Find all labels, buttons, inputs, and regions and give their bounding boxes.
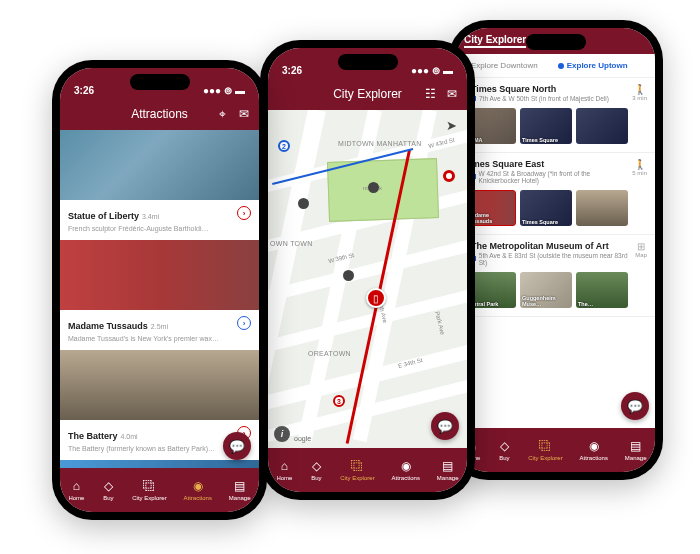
qr-icon: ▤ [629, 439, 643, 453]
stage: City Explorer Routes Explore Downtown Ex… [0, 0, 700, 554]
stops-list[interactable]: 11 Times Square North 7th Ave & W 50th S… [456, 78, 655, 428]
map-icon: ⿻ [538, 439, 552, 453]
poi-pin[interactable] [343, 270, 354, 281]
attraction-title: Statue of Liberty [68, 211, 139, 221]
subtab-city-explorer[interactable]: City Explorer [464, 34, 526, 48]
stop-title: The Metropolitan Museum of Art [471, 241, 630, 251]
stop-pin-3[interactable]: 3 [333, 395, 345, 407]
header-title: City Explorer [333, 87, 402, 101]
walk-time: 🚶3 min [632, 84, 647, 101]
phone-routes: City Explorer Routes Explore Downtown Ex… [448, 20, 663, 480]
walk-icon: 🚶 [632, 84, 647, 95]
mail-icon[interactable]: ✉ [237, 107, 251, 121]
header-title: Attractions [131, 107, 188, 121]
tab-bar: ⌂Home ◇Buy ⿻City Explorer ◉Attractions ▤… [456, 428, 655, 472]
header: Attractions ⌖ ✉ [60, 98, 259, 130]
tab-city-explorer[interactable]: ⿻City Explorer [528, 439, 562, 461]
thumb-times-square[interactable]: Times Square [520, 108, 572, 144]
thumb-extra[interactable]: The… [576, 272, 628, 308]
tab-bar: ⌂Home ◇Buy ⿻City Explorer ◉Attractions ▤… [268, 448, 467, 492]
ticket-icon: ◇ [101, 479, 115, 493]
google-attribution: oogle [294, 435, 311, 442]
attractions-list[interactable]: Statue of Liberty3.4mi French sculptor F… [60, 130, 259, 468]
label-ave: Park Ave [434, 311, 446, 336]
map-link[interactable]: ⊞Map [635, 241, 647, 258]
qr-icon: ▤ [233, 479, 247, 493]
map-view[interactable]: MIDTOWN MANHATTAN OREATOWN OWN TOWN nt P… [268, 110, 467, 448]
tab-city-explorer[interactable]: ⿻City Explorer [340, 459, 374, 481]
mail-icon[interactable]: ✉ [445, 87, 459, 101]
tab-manage[interactable]: ▤Manage [229, 479, 251, 501]
ticket-icon: ◇ [309, 459, 323, 473]
route-toggle: Explore Downtown Explore Uptown [456, 54, 655, 78]
tab-buy[interactable]: ◇Buy [309, 459, 323, 481]
status-time: 3:26 [282, 65, 302, 76]
attraction-distance: 3.4mi [142, 213, 159, 220]
thumb-guggenheim[interactable]: Guggenheim Muse… [520, 272, 572, 308]
map-info-btn[interactable]: i [274, 426, 290, 442]
battery-icon: ▬ [235, 85, 245, 96]
walk-icon: 🚶 [632, 159, 647, 170]
routes-icon[interactable]: ☷ [423, 87, 437, 101]
stop-card[interactable]: 11 Times Square North 7th Ave & W 50th S… [456, 78, 655, 153]
attraction-desc: Madame Tussaud's is New York's premier w… [68, 335, 251, 342]
attraction-desc: French sculptor Frédéric-Auguste Barthol… [68, 225, 251, 232]
locate-icon[interactable]: ⌖ [215, 107, 229, 121]
notch [130, 74, 190, 90]
camera-icon: ◉ [399, 459, 413, 473]
stop-address: W 42nd St & Broadway (*in front of the K… [479, 170, 628, 184]
attraction-image [60, 460, 259, 468]
signal-icon: ●●● [203, 85, 221, 96]
tab-home[interactable]: ⌂Home [276, 459, 292, 481]
chat-fab[interactable]: 💬 [223, 432, 251, 460]
tab-buy[interactable]: ◇Buy [101, 479, 115, 501]
poi-pin[interactable] [368, 182, 379, 193]
tab-attractions[interactable]: ◉Attractions [392, 459, 420, 481]
tab-home[interactable]: ⌂Home [68, 479, 84, 501]
locate-me-icon[interactable]: ➤ [446, 118, 457, 133]
attraction-card[interactable] [60, 460, 259, 468]
attraction-title: The Battery [68, 431, 118, 441]
stop-card[interactable]: 12 The Metropolitan Museum of Art 5th Av… [456, 235, 655, 317]
label-town: OWN TOWN [270, 240, 313, 247]
chat-fab[interactable]: 💬 [431, 412, 459, 440]
chevron-right-icon[interactable]: › [237, 206, 251, 220]
stop-pin-2[interactable]: 2 [278, 140, 290, 152]
label-midtown: MIDTOWN MANHATTAN [338, 140, 422, 147]
tab-attractions[interactable]: ◉Attractions [184, 479, 212, 501]
tab-attractions[interactable]: ◉Attractions [580, 439, 608, 461]
camera-icon: ◉ [191, 479, 205, 493]
location-dot[interactable] [443, 170, 455, 182]
stop-card[interactable]: Times Square East W 42nd St & Broadway (… [456, 153, 655, 235]
stop-title: Times Square North [471, 84, 627, 94]
poi-pin[interactable] [298, 198, 309, 209]
chat-icon: 💬 [229, 439, 245, 454]
attraction-distance: 4.0mi [121, 433, 138, 440]
chat-icon: 💬 [437, 419, 453, 434]
chevron-right-icon[interactable]: › [237, 316, 251, 330]
chat-fab[interactable]: 💬 [621, 392, 649, 420]
bus-icon: ▯ [373, 293, 379, 304]
tab-manage[interactable]: ▤Manage [625, 439, 647, 461]
phone-attractions: 3:26 ●●● ⊚ ▬ Attractions ⌖ ✉ Statue [52, 60, 267, 520]
route-uptown[interactable]: Explore Uptown [558, 61, 628, 70]
tab-buy[interactable]: ◇Buy [497, 439, 511, 461]
signal-icon: ●●● [411, 65, 429, 76]
thumb-times-square[interactable]: Times Square [520, 190, 572, 226]
attraction-card[interactable]: Madame Tussauds2.5mi Madame Tussaud's is… [60, 240, 259, 350]
attraction-card[interactable]: Statue of Liberty3.4mi French sculptor F… [60, 130, 259, 240]
stop-title: Times Square East [464, 159, 627, 169]
home-icon: ⌂ [277, 459, 291, 473]
wifi-icon: ⊚ [224, 85, 232, 96]
stop-address: 5th Ave & E 83rd St (outside the museum … [479, 252, 631, 266]
wifi-icon: ⊚ [432, 65, 440, 76]
home-icon: ⌂ [69, 479, 83, 493]
bus-marker[interactable]: ▯ [366, 288, 386, 308]
tab-city-explorer[interactable]: ⿻City Explorer [132, 479, 166, 501]
thumb-extra[interactable] [576, 108, 628, 144]
walk-time: 🚶5 min [632, 159, 647, 176]
tab-manage[interactable]: ▤Manage [437, 459, 459, 481]
attraction-distance: 2.5mi [151, 323, 168, 330]
qr-icon: ▤ [441, 459, 455, 473]
thumb-extra[interactable] [576, 190, 628, 226]
